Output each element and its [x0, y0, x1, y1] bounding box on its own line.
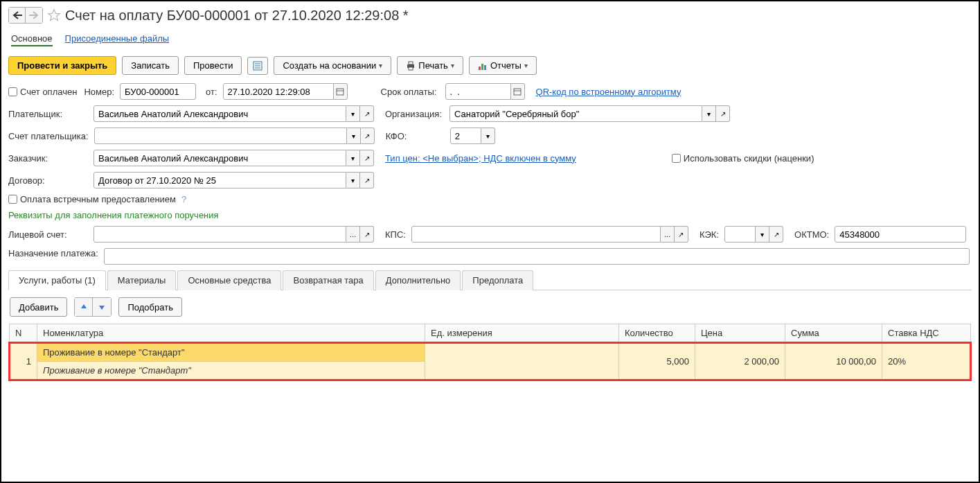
org-dropdown[interactable]: ▾ — [702, 105, 716, 122]
counter-payment-checkbox[interactable] — [8, 195, 17, 204]
tab-services[interactable]: Услуги, работы (1) — [8, 270, 106, 290]
tab-returnable[interactable]: Возвратная тара — [283, 270, 373, 290]
print-button[interactable]: Печать — [397, 56, 463, 75]
col-price[interactable]: Цена — [695, 324, 785, 343]
tab-additional[interactable]: Дополнительно — [375, 270, 461, 290]
kps-open[interactable]: ↗ — [675, 226, 688, 243]
forward-button[interactable] — [26, 8, 42, 23]
col-sum[interactable]: Сумма — [785, 324, 882, 343]
from-label: от: — [206, 87, 217, 97]
save-button[interactable]: Записать — [122, 56, 179, 75]
tab-prepayment[interactable]: Предоплата — [462, 270, 533, 290]
price-type-link[interactable]: Тип цен: <Не выбран>; НДС включен в сумм… — [385, 153, 576, 164]
contract-label: Договор: — [8, 175, 88, 186]
movements-button[interactable] — [247, 57, 268, 75]
payer-dropdown[interactable]: ▾ — [346, 105, 360, 122]
customer-label: Заказчик: — [8, 153, 88, 164]
kek-open[interactable]: ↗ — [769, 226, 783, 243]
svg-rect-10 — [337, 89, 344, 95]
discount-checkbox-wrap[interactable]: Использовать скидки (наценки) — [672, 153, 814, 164]
date-input[interactable] — [223, 83, 334, 100]
post-button[interactable]: Провести — [184, 56, 242, 75]
account-select[interactable]: … — [346, 226, 360, 243]
contract-input[interactable] — [93, 172, 346, 188]
payer-account-input[interactable] — [94, 128, 347, 144]
org-label: Организация: — [385, 109, 444, 119]
due-calendar-button[interactable] — [511, 83, 525, 100]
cell-n[interactable]: 1 — [10, 343, 37, 380]
col-nomenclature[interactable]: Номенклатура — [37, 324, 425, 343]
kek-dropdown[interactable]: ▾ — [756, 226, 769, 243]
account-open[interactable]: ↗ — [360, 226, 374, 243]
contract-open[interactable]: ↗ — [360, 172, 374, 188]
discount-checkbox[interactable] — [672, 154, 681, 163]
payer-label: Плательщик: — [8, 109, 88, 119]
cell-description[interactable]: Проживание в номере "Стандарт" — [37, 362, 425, 380]
help-icon[interactable]: ? — [181, 194, 186, 204]
due-date-input[interactable] — [445, 83, 511, 100]
tab-assets[interactable]: Основные средства — [177, 270, 281, 290]
qr-link[interactable]: QR-код по встроенному алгоритму — [536, 87, 681, 97]
cell-unit[interactable] — [425, 343, 619, 380]
paid-checkbox-wrap[interactable]: Счет оплачен — [8, 87, 77, 97]
calendar-button[interactable] — [334, 83, 348, 100]
number-input[interactable] — [120, 83, 196, 100]
list-icon — [253, 61, 262, 71]
due-label: Срок оплаты: — [381, 87, 440, 97]
reports-button[interactable]: Отчеты — [469, 56, 537, 75]
kps-input[interactable] — [411, 226, 661, 243]
page-title: Счет на оплату БУ00-000001 от 27.10.2020… — [65, 8, 409, 24]
arrow-left-icon — [12, 11, 22, 19]
kfo-label: КФО: — [386, 131, 445, 141]
payer-account-dropdown[interactable]: ▾ — [347, 128, 361, 144]
svg-rect-7 — [479, 67, 481, 70]
arrow-right-icon — [29, 11, 39, 19]
customer-open[interactable]: ↗ — [360, 150, 374, 166]
cell-price[interactable]: 2 000,00 — [695, 343, 785, 380]
counter-payment-wrap[interactable]: Оплата встречным предоставлением — [8, 194, 176, 204]
move-up-button[interactable] — [75, 298, 93, 316]
tab-main[interactable]: Основное — [11, 32, 53, 46]
kps-select[interactable]: … — [661, 226, 675, 243]
col-vat[interactable]: Ставка НДС — [882, 324, 971, 343]
contract-dropdown[interactable]: ▾ — [346, 172, 360, 188]
account-input[interactable] — [93, 226, 346, 243]
cell-nomenclature[interactable]: Проживание в номере "Стандарт" — [37, 343, 425, 362]
svg-rect-6 — [409, 67, 413, 70]
tab-materials[interactable]: Материалы — [107, 270, 177, 290]
payer-input[interactable] — [93, 105, 346, 122]
cell-vat[interactable]: 20% — [882, 343, 971, 380]
col-unit[interactable]: Ед. измерения — [425, 324, 619, 343]
customer-dropdown[interactable]: ▾ — [346, 150, 360, 166]
cell-qty[interactable]: 5,000 — [619, 343, 695, 380]
oktmo-input[interactable] — [835, 226, 966, 243]
number-label: Номер: — [84, 87, 114, 97]
calendar-icon — [336, 87, 344, 96]
cell-sum[interactable]: 10 000,00 — [785, 343, 882, 380]
payer-open[interactable]: ↗ — [360, 105, 374, 122]
svg-rect-12 — [514, 89, 521, 95]
purpose-label: Назначение платежа: — [8, 248, 98, 260]
col-qty[interactable]: Количество — [619, 324, 695, 343]
table-row[interactable]: 1 Проживание в номере "Стандарт" 5,000 2… — [10, 343, 971, 362]
move-down-button[interactable] — [93, 298, 111, 316]
purpose-input[interactable] — [104, 248, 970, 265]
favorite-star-icon[interactable] — [47, 8, 61, 22]
add-row-button[interactable]: Добавить — [10, 297, 67, 317]
printer-icon — [406, 61, 416, 71]
payer-account-open[interactable]: ↗ — [361, 128, 375, 144]
customer-input[interactable] — [93, 150, 346, 166]
kek-input[interactable] — [724, 226, 756, 243]
svg-rect-8 — [481, 64, 483, 70]
org-open[interactable]: ↗ — [716, 105, 730, 122]
post-and-close-button[interactable]: Провести и закрыть — [8, 56, 116, 75]
paid-checkbox[interactable] — [8, 87, 17, 96]
org-input[interactable] — [449, 105, 702, 122]
kfo-input[interactable] — [450, 128, 481, 144]
col-n[interactable]: N — [10, 324, 37, 343]
pick-button[interactable]: Подобрать — [118, 297, 181, 317]
back-button[interactable] — [9, 8, 26, 23]
kfo-dropdown[interactable]: ▾ — [481, 128, 495, 144]
tab-attached-files[interactable]: Присоединенные файлы — [65, 32, 170, 46]
create-from-button[interactable]: Создать на основании — [274, 56, 391, 75]
